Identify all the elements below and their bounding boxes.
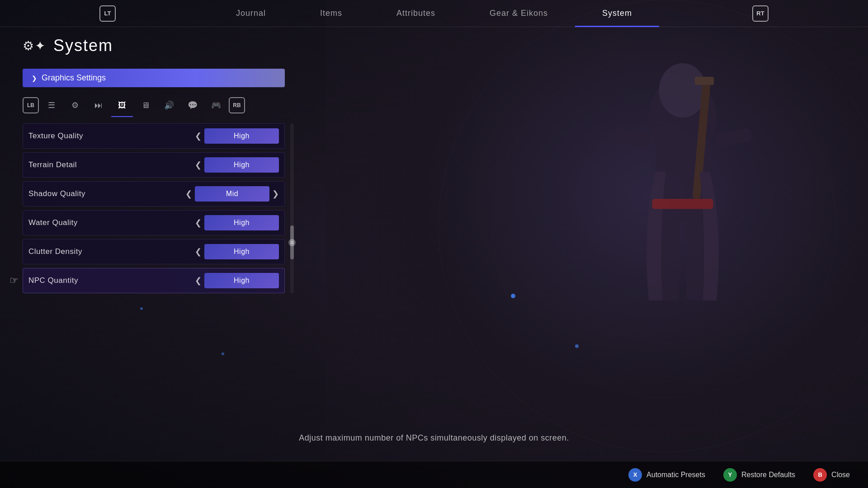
setting-description: Adjust maximum number of NPCs simultaneo… <box>0 433 868 443</box>
water-quality-arrow-left: ❮ <box>195 218 202 228</box>
scrollbar-handle-icon: ⊙ <box>288 239 296 246</box>
texture-quality-arrow-left: ❮ <box>195 131 202 141</box>
decoration-dot <box>575 344 579 348</box>
decoration-dot <box>140 307 143 310</box>
main-content: ⚙✦ System ❯ Graphics Settings LB ☰ ⚙ ⏭ 🖼… <box>23 36 294 293</box>
top-navigation: LT Journal Items Attributes Gear & Eikon… <box>0 0 868 27</box>
section-label: Graphics Settings <box>42 73 106 83</box>
page-title: System <box>53 36 113 55</box>
terrain-detail-arrow-left: ❮ <box>195 160 202 170</box>
system-icon: ⚙✦ <box>23 38 46 53</box>
nav-system[interactable]: System <box>575 0 659 27</box>
svg-point-0 <box>439 0 868 452</box>
decorative-arc <box>326 0 868 488</box>
page-title-area: ⚙✦ System <box>23 36 294 55</box>
tab-audio[interactable]: 🔊 <box>158 94 180 116</box>
tab-graphics[interactable]: 🖼 <box>111 94 133 116</box>
tab-gear[interactable]: ⚙ <box>64 94 86 116</box>
clutter-density-arrow-left: ❮ <box>195 247 202 257</box>
texture-quality-label: Texture Quality <box>28 131 195 141</box>
b-button: B <box>813 468 827 482</box>
selected-row-indicator: ☞ <box>9 275 19 286</box>
npc-quantity-arrow-left: ❮ <box>195 276 202 286</box>
npc-quantity-value: High <box>204 273 279 288</box>
nav-gear-eikons[interactable]: Gear & Eikons <box>462 0 575 27</box>
settings-list-container: Texture Quality ❮ High Terrain Detail ❮ … <box>23 123 294 293</box>
restore-defaults-action[interactable]: Y Restore Defaults <box>723 468 795 482</box>
x-button: X <box>628 468 642 482</box>
setting-terrain-detail[interactable]: Terrain Detail ❮ High <box>23 152 285 178</box>
section-arrow-icon: ❯ <box>32 75 37 82</box>
texture-quality-value: High <box>204 128 279 144</box>
rt-button[interactable]: RT <box>752 5 769 22</box>
svg-point-1 <box>493 54 836 398</box>
setting-water-quality[interactable]: Water Quality ❮ High <box>23 210 285 235</box>
tab-document[interactable]: ☰ <box>41 94 62 116</box>
shadow-quality-arrow-right: ❯ <box>272 189 279 199</box>
settings-scrollbar[interactable]: ⊙ <box>290 123 294 293</box>
shadow-quality-arrow-left: ❮ <box>185 189 192 199</box>
water-quality-value: High <box>204 215 279 230</box>
npc-quantity-label: NPC Quantity <box>28 276 195 285</box>
terrain-detail-label: Terrain Detail <box>28 160 195 169</box>
shadow-quality-label: Shadow Quality <box>28 189 185 198</box>
clutter-density-label: Clutter Density <box>28 247 195 256</box>
svg-point-2 <box>547 108 782 343</box>
automatic-presets-action[interactable]: X Automatic Presets <box>628 468 705 482</box>
setting-clutter-density[interactable]: Clutter Density ❮ High <box>23 239 285 264</box>
settings-icon-tabs: LB ☰ ⚙ ⏭ 🖼 🖥 🔊 💬 🎮 RB <box>23 94 285 116</box>
decoration-dot <box>511 294 515 298</box>
water-quality-label: Water Quality <box>28 218 195 227</box>
setting-texture-quality[interactable]: Texture Quality ❮ High <box>23 123 285 149</box>
restore-defaults-label: Restore Defaults <box>741 471 795 479</box>
bottom-action-bar: X Automatic Presets Y Restore Defaults B… <box>0 461 868 488</box>
tab-skip[interactable]: ⏭ <box>88 94 109 116</box>
settings-section-header[interactable]: ❯ Graphics Settings <box>23 69 285 87</box>
tab-display[interactable]: 🖥 <box>135 94 156 116</box>
automatic-presets-label: Automatic Presets <box>646 471 705 479</box>
rb-tab-button[interactable]: RB <box>229 97 245 113</box>
close-label: Close <box>831 471 850 479</box>
y-button: Y <box>723 468 737 482</box>
close-action[interactable]: B Close <box>813 468 850 482</box>
lb-tab-button[interactable]: LB <box>23 97 39 113</box>
settings-list: Texture Quality ❮ High Terrain Detail ❮ … <box>23 123 285 293</box>
lt-button[interactable]: LT <box>99 5 116 22</box>
nav-attributes[interactable]: Attributes <box>369 0 462 27</box>
decoration-dot <box>222 352 224 355</box>
tab-speech[interactable]: 💬 <box>182 94 203 116</box>
clutter-density-value: High <box>204 244 279 259</box>
setting-shadow-quality[interactable]: Shadow Quality ❮ Mid ❯ <box>23 181 285 206</box>
setting-npc-quantity[interactable]: ☞ NPC Quantity ❮ High <box>23 268 285 293</box>
nav-journal[interactable]: Journal <box>209 0 293 27</box>
terrain-detail-value: High <box>204 157 279 173</box>
tab-gamepad[interactable]: 🎮 <box>205 94 227 116</box>
nav-items[interactable]: Items <box>293 0 369 27</box>
shadow-quality-value: Mid <box>195 186 269 202</box>
